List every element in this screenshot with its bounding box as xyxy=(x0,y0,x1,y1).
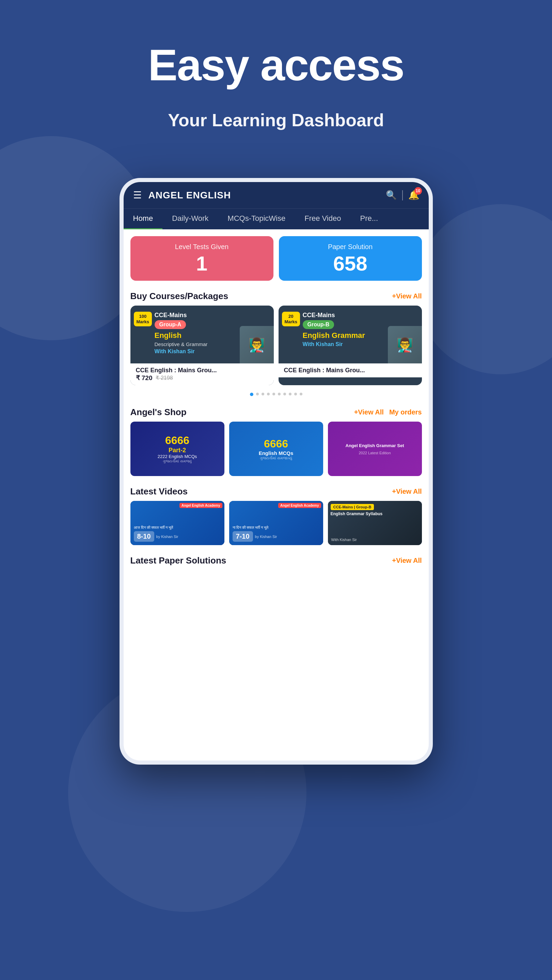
course-1-price-row: ₹ 720 ₹ 2198 xyxy=(136,374,268,382)
app-title: ANGEL ENGLISH xyxy=(148,190,379,201)
shop-row: 6666 Part-2 2222 English MCQs ગુજરાતીમાં… xyxy=(124,422,429,479)
dot-3 xyxy=(262,393,264,395)
course-2-title: CCE-Mains xyxy=(303,312,416,319)
course-2-image: 👨‍🏫 xyxy=(388,326,422,363)
shop-view-all[interactable]: +View All xyxy=(354,408,384,416)
paper-solutions-title: Latest Paper Solutions xyxy=(131,555,227,566)
courses-title: Buy Courses/Packages xyxy=(131,291,228,301)
header-icons: 🔍 🔔 10 xyxy=(386,190,419,200)
tab-free-video[interactable]: Free Video xyxy=(295,208,350,229)
hero-section: Easy access Your Learning Dashboard xyxy=(0,0,552,151)
dot-2 xyxy=(256,393,259,395)
course-2-group: Group-B xyxy=(303,320,334,329)
level-tests-value: 1 xyxy=(136,253,268,274)
course-1-group: Group-A xyxy=(155,320,186,329)
dot-10 xyxy=(300,393,302,395)
course-1-footer: CCE English : Mains Grou... ₹ 720 ₹ 2198 xyxy=(131,363,274,385)
app-nav: Home Daily-Work MCQs-TopicWise Free Vide… xyxy=(124,208,429,229)
video-card-3[interactable]: CCE-Mains | Group-B English Grammar Syll… xyxy=(328,501,422,545)
dot-5 xyxy=(273,393,275,395)
courses-section-header: Buy Courses/Packages +View All xyxy=(124,284,429,305)
shop-section-header: Angel's Shop +View All My orders xyxy=(124,400,429,422)
shop-title: Angel's Shop xyxy=(131,407,187,417)
paper-solution-label: Paper Solution xyxy=(284,243,416,251)
marks-badge-1: 100Marks xyxy=(134,312,152,326)
shop-item-2[interactable]: 6666 English MCQs ગુજરાતીમાં સમજાવ્યું xyxy=(229,422,323,476)
hamburger-icon[interactable]: ☰ xyxy=(133,189,142,201)
paper-solution-value: 658 xyxy=(284,253,416,274)
course-1-original-price: ₹ 2198 xyxy=(156,375,173,381)
dot-7 xyxy=(283,393,286,395)
paper-solutions-header: Latest Paper Solutions +View All xyxy=(124,549,429,570)
phone-container: ☰ ANGEL ENGLISH 🔍 🔔 10 Home Daily-Work M… xyxy=(0,178,552,765)
paper-solution-card[interactable]: Paper Solution 658 xyxy=(279,236,422,281)
dot-4 xyxy=(267,393,270,395)
course-1-title: CCE-Mains xyxy=(155,312,268,319)
course-card-1[interactable]: 100Marks CCE-Mains Group-A English Descr… xyxy=(131,305,274,385)
tab-home[interactable]: Home xyxy=(124,208,163,229)
app-header: ☰ ANGEL ENGLISH 🔍 🔔 10 xyxy=(124,182,429,208)
course-1-price: ₹ 720 xyxy=(136,374,153,382)
shop-header-actions: +View All My orders xyxy=(354,408,422,416)
level-tests-label: Level Tests Given xyxy=(136,243,268,251)
video-card-2[interactable]: Angel English Academy ना दिन की सफल भर्त… xyxy=(229,501,323,545)
videos-section-header: Latest Videos +View All xyxy=(124,479,429,501)
dot-6 xyxy=(278,393,281,395)
marks-badge-2: 20Marks xyxy=(282,312,300,326)
course-2-name: CCE English : Mains Grou... xyxy=(284,367,416,374)
my-orders-link[interactable]: My orders xyxy=(389,408,422,416)
book-1-num: 6666 xyxy=(165,434,189,447)
dot-9 xyxy=(294,393,297,395)
video-channel-tag-1: Angel English Academy xyxy=(179,503,222,508)
course-1-name: CCE English : Mains Grou... xyxy=(136,367,268,374)
dot-8 xyxy=(289,393,292,395)
phone-mockup: ☰ ANGEL ENGLISH 🔍 🔔 10 Home Daily-Work M… xyxy=(120,178,433,765)
phone-screen: ☰ ANGEL ENGLISH 🔍 🔔 10 Home Daily-Work M… xyxy=(124,182,429,760)
course-2-footer: CCE English : Mains Grou... xyxy=(279,363,422,377)
tab-premium[interactable]: Pre... xyxy=(350,208,388,229)
course-card-2[interactable]: 20Marks CCE-Mains Group-B English Gramma… xyxy=(279,305,422,385)
courses-row: 100Marks CCE-Mains Group-A English Descr… xyxy=(124,305,429,388)
level-tests-card[interactable]: Level Tests Given 1 xyxy=(131,236,273,281)
course-card-2-inner: 20Marks CCE-Mains Group-B English Gramma… xyxy=(279,305,422,363)
courses-view-all[interactable]: +View All xyxy=(392,292,421,300)
shop-item-1[interactable]: 6666 Part-2 2222 English MCQs ગુજરાતીમાં… xyxy=(131,422,224,476)
course-card-1-inner: 100Marks CCE-Mains Group-A English Descr… xyxy=(131,305,274,363)
videos-title: Latest Videos xyxy=(131,486,188,497)
notification-badge: 10 xyxy=(415,187,422,195)
hero-subtitle: Your Learning Dashboard xyxy=(0,110,552,130)
notification-bell[interactable]: 🔔 10 xyxy=(408,190,419,200)
video-card-1[interactable]: Angel English Academy आज दिन की सफल भर्त… xyxy=(131,501,224,545)
course-1-image: 👨‍🏫 xyxy=(240,326,274,363)
paper-solutions-view-all[interactable]: +View All xyxy=(392,557,421,565)
hero-title: Easy access xyxy=(0,41,552,89)
video-channel-tag-2: Angel English Academy xyxy=(278,503,321,508)
videos-row: Angel English Academy आज दिन की सफल भर्त… xyxy=(124,501,429,549)
shop-item-3[interactable]: Angel English Grammar Set 2022 Latest Ed… xyxy=(328,422,422,476)
tab-daily-work[interactable]: Daily-Work xyxy=(163,208,218,229)
search-icon[interactable]: 🔍 xyxy=(386,190,397,200)
dot-1 xyxy=(250,393,254,396)
header-divider xyxy=(402,190,403,200)
videos-view-all[interactable]: +View All xyxy=(392,488,421,495)
carousel-dots xyxy=(124,388,429,400)
tab-mcqs[interactable]: MCQs-TopicWise xyxy=(218,208,295,229)
stats-row: Level Tests Given 1 Paper Solution 658 xyxy=(124,229,429,284)
